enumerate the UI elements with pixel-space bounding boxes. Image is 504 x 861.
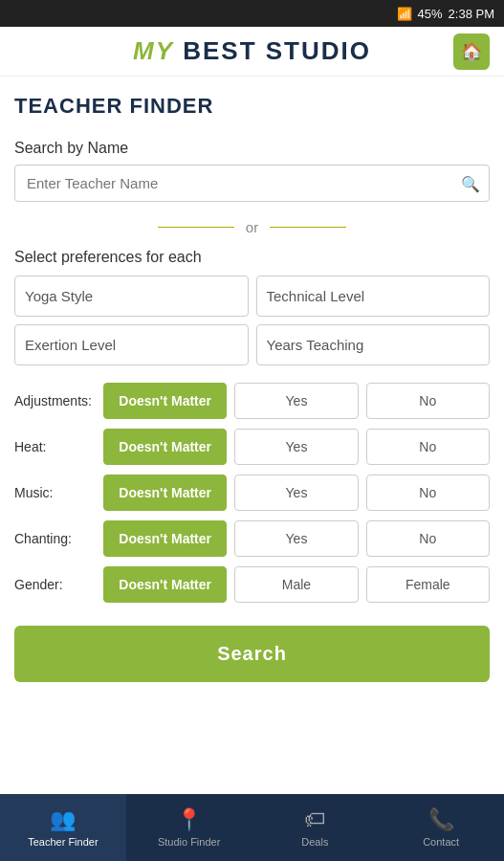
nav-deals[interactable]: 🏷 Deals [252, 794, 379, 861]
search-name-label: Search by Name [14, 140, 490, 157]
toggle-row-0: Adjustments:Doesn't MatterYesNo [14, 383, 490, 419]
toggle-label-2: Music: [14, 485, 96, 500]
search-icon-button[interactable]: 🔍 [461, 174, 480, 192]
toggle-btn-0-1[interactable]: Yes [234, 383, 358, 419]
toggle-btn-2-0[interactable]: Doesn't Matter [103, 475, 227, 511]
toggle-btn-3-0[interactable]: Doesn't Matter [103, 520, 227, 557]
teacher-finder-icon: 👥 [50, 807, 76, 832]
page-title: TEACHER FINDER [0, 77, 504, 128]
toggle-label-3: Chanting: [14, 531, 96, 546]
nav-studio-finder[interactable]: 📍 Studio Finder [126, 794, 252, 861]
pref-yoga-style[interactable]: Yoga Style [14, 276, 249, 317]
toggle-btn-1-1[interactable]: Yes [234, 429, 358, 465]
app-header: MY BEST STUDIO 🏠 [0, 27, 504, 77]
contact-label: Contact [423, 836, 459, 848]
home-button[interactable]: 🏠 [453, 33, 490, 70]
toggle-btn-4-2[interactable]: Female [366, 566, 490, 603]
toggle-btn-1-0[interactable]: Doesn't Matter [103, 429, 227, 465]
pref-years-teaching[interactable]: Years Teaching [256, 324, 491, 365]
home-icon: 🏠 [461, 41, 482, 62]
toggle-btn-3-2[interactable]: No [366, 520, 490, 557]
pref-technical-level[interactable]: Technical Level [256, 276, 491, 317]
toggle-row-2: Music:Doesn't MatterYesNo [14, 475, 490, 511]
title-rest: BEST STUDIO [174, 36, 371, 65]
or-text: or [246, 219, 258, 235]
pref-exertion-level[interactable]: Exertion Level [14, 324, 249, 365]
toggle-btn-4-1[interactable]: Male [234, 566, 358, 603]
or-line-right [270, 227, 346, 228]
search-button[interactable]: Search [14, 626, 490, 682]
search-input[interactable] [14, 165, 490, 202]
or-divider: or [14, 219, 490, 235]
toggle-btn-0-2[interactable]: No [366, 383, 490, 419]
toggle-row-1: Heat:Doesn't MatterYesNo [14, 429, 490, 465]
search-name-wrap: 🔍 [14, 165, 490, 202]
preferences-label: Select preferences for each [14, 249, 490, 266]
wifi-icon: 📶 [397, 7, 412, 21]
toggle-btn-0-0[interactable]: Doesn't Matter [103, 383, 227, 419]
main-content: Search by Name 🔍 or Select preferences f… [0, 140, 504, 701]
teacher-finder-label: Teacher Finder [28, 836, 98, 848]
deals-icon: 🏷 [304, 807, 325, 832]
toggle-row-3: Chanting:Doesn't MatterYesNo [14, 520, 490, 557]
time: 2:38 PM [449, 7, 494, 21]
toggle-btn-1-2[interactable]: No [366, 429, 490, 465]
nav-teacher-finder[interactable]: 👥 Teacher Finder [0, 794, 126, 861]
toggle-label-4: Gender: [14, 577, 96, 592]
studio-finder-icon: 📍 [176, 807, 202, 832]
or-line-left [158, 227, 234, 228]
status-bar: 📶 45% 2:38 PM [0, 0, 504, 27]
search-icon: 🔍 [461, 175, 480, 191]
nav-contact[interactable]: 📞 Contact [378, 794, 504, 861]
toggle-label-0: Adjustments: [14, 393, 96, 408]
title-my: MY [133, 36, 174, 65]
bottom-nav: 👥 Teacher Finder 📍 Studio Finder 🏷 Deals… [0, 794, 504, 861]
contact-icon: 📞 [428, 807, 454, 832]
toggle-rows: Adjustments:Doesn't MatterYesNoHeat:Does… [14, 383, 490, 603]
preferences-grid: Yoga Style Technical Level Exertion Leve… [14, 276, 490, 365]
toggle-row-4: Gender:Doesn't MatterMaleFemale [14, 566, 490, 603]
toggle-btn-3-1[interactable]: Yes [234, 520, 358, 557]
app-title: MY BEST STUDIO [133, 36, 371, 66]
toggle-btn-4-0[interactable]: Doesn't Matter [103, 566, 227, 603]
battery-level: 45% [418, 7, 443, 21]
toggle-btn-2-1[interactable]: Yes [234, 475, 358, 511]
toggle-label-1: Heat: [14, 439, 96, 454]
toggle-btn-2-2[interactable]: No [366, 475, 490, 511]
studio-finder-label: Studio Finder [158, 836, 220, 848]
deals-label: Deals [301, 836, 328, 848]
